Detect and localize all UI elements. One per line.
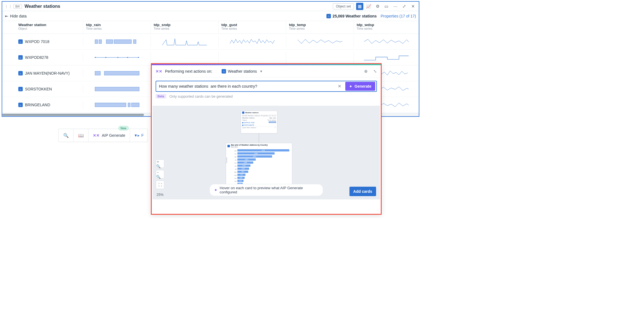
sparkline xyxy=(354,52,419,63)
svg-point-9 xyxy=(127,57,128,58)
target-chip[interactable]: ⌂ Weather stations ▼ xyxy=(222,69,263,74)
more-icon[interactable]: ⋯ xyxy=(392,3,399,10)
docs-button[interactable]: 📖 xyxy=(73,129,88,142)
connector-line xyxy=(259,133,259,143)
beta-message: Only supported cards can be generated xyxy=(169,94,233,98)
zoom-fit-button[interactable]: ⛶ xyxy=(156,181,164,189)
bar: 1399 xyxy=(237,161,253,164)
hover-hint: ✦ Hover on each card to preview what AIP… xyxy=(209,184,323,196)
bar: 1622 xyxy=(237,158,256,161)
context-label: Performing next actions on: xyxy=(165,69,212,74)
svg-point-8 xyxy=(117,57,118,58)
svg-rect-11 xyxy=(95,71,100,75)
add-cards-button[interactable]: Add cards xyxy=(349,187,376,196)
home-icon: ⌂ xyxy=(222,69,226,74)
home-icon: ⌂ xyxy=(18,103,23,107)
sparkline xyxy=(151,36,219,47)
present-icon[interactable]: ▭ xyxy=(383,3,390,10)
svg-rect-13 xyxy=(95,87,139,91)
expand-icon[interactable]: ⤢ xyxy=(400,3,408,10)
chart-view-icon[interactable]: 📈 xyxy=(365,3,372,10)
panel-title: Weather stations xyxy=(25,4,60,9)
home-icon: ⌂ xyxy=(326,14,331,18)
filter-icon: ▼▸ xyxy=(134,133,140,138)
properties-link[interactable]: Properties (17 of 17) xyxy=(381,14,416,18)
sparkline xyxy=(83,52,151,63)
svg-rect-16 xyxy=(131,103,139,107)
svg-rect-0 xyxy=(95,40,98,44)
svg-rect-4 xyxy=(133,40,136,44)
bar-chart: Country US4731CA3296RF3057JA1622CH1399AS… xyxy=(226,149,292,181)
card-toolbar: 🔍 📖 ✕✕ AIP Generate New ▼▸ F xyxy=(58,129,148,142)
sparkline xyxy=(83,36,151,47)
svg-rect-1 xyxy=(99,40,102,44)
bar: 3057 xyxy=(237,155,272,158)
popover-header: ✕✕ Performing next actions on: ⌂ Weather… xyxy=(152,65,381,77)
sparkline xyxy=(219,36,286,47)
sparkle-icon: ✦ xyxy=(214,188,217,192)
sub-header: ⇤ Hide data ⌂ 25,069 Weather stations Pr… xyxy=(2,11,419,21)
bar: 3296 xyxy=(237,152,275,155)
filter-button[interactable]: ▼▸ F xyxy=(130,133,148,138)
zoom-label: 25% xyxy=(156,193,164,197)
panel-header: ⋮⋮ $W Weather stations Object set ▦ 📈 ⚙ … xyxy=(2,2,419,11)
variable-badge[interactable]: $W xyxy=(13,4,22,9)
sparkline xyxy=(286,52,354,63)
bar: 4731 xyxy=(237,149,289,151)
object-set-button[interactable]: Object set xyxy=(333,3,354,9)
close-icon[interactable]: ✕ xyxy=(409,3,417,10)
preview-card-chart[interactable]: Bar plot of Weather stations by Country … xyxy=(226,143,292,184)
home-icon: ⌂ xyxy=(18,39,23,44)
column-header[interactable]: tdp_sndp Time series xyxy=(151,21,219,34)
beta-row: Beta Only supported cards can be generat… xyxy=(152,94,381,102)
column-header[interactable]: tdp_gust Time series xyxy=(219,21,286,34)
aip-generate-button[interactable]: ✕✕ AIP Generate New xyxy=(88,129,130,142)
grid-view-icon[interactable]: ▦ xyxy=(356,3,363,10)
column-header[interactable]: tdp_rain Time series xyxy=(83,21,151,34)
zoom-controls: ＋🔍 －🔍 ⛶ 25% xyxy=(156,160,164,197)
cancel-icon[interactable]: ⊗ xyxy=(364,69,368,74)
sparkline xyxy=(83,68,151,79)
bar: 543 xyxy=(237,180,244,182)
svg-rect-12 xyxy=(104,71,139,75)
svg-point-6 xyxy=(95,57,96,58)
bar: 1022 xyxy=(237,168,249,170)
home-icon: ⌂ xyxy=(18,55,23,60)
zoom-out-button[interactable]: －🔍 xyxy=(156,170,164,178)
beta-badge: Beta xyxy=(156,94,166,98)
new-badge: New xyxy=(118,126,129,130)
clear-icon[interactable]: ✕ xyxy=(336,84,344,89)
zoom-in-button[interactable]: ＋🔍 xyxy=(156,160,164,168)
svg-rect-15 xyxy=(128,103,130,107)
collapse-icon: ⇤ xyxy=(5,14,8,18)
minimize-icon[interactable]: ⤡ xyxy=(373,69,377,74)
svg-rect-2 xyxy=(106,40,113,44)
sparkline xyxy=(83,99,151,110)
aip-icon: ✕✕ xyxy=(156,69,162,74)
gear-icon[interactable]: ⚙ xyxy=(374,3,381,10)
search-button[interactable]: 🔍 xyxy=(59,129,73,142)
svg-rect-14 xyxy=(95,103,126,107)
column-header[interactable]: tdp_wdsp Time series xyxy=(354,21,419,34)
sparkline xyxy=(354,36,419,47)
sparkline xyxy=(219,52,286,63)
home-icon: ⌂ xyxy=(18,87,23,91)
column-header[interactable]: Weather station Object xyxy=(16,21,83,34)
bar: 964 xyxy=(237,171,248,173)
home-icon: ⌂ xyxy=(18,71,23,75)
drag-handle-icon[interactable]: ⋮⋮ xyxy=(4,4,12,9)
generate-button[interactable]: ✦ Generate xyxy=(345,82,375,91)
prompt-input[interactable] xyxy=(159,84,334,88)
svg-point-10 xyxy=(138,57,139,58)
chevron-down-icon: ▼ xyxy=(260,70,263,73)
column-header[interactable]: tdp_temp Time series xyxy=(286,21,354,34)
sparkline xyxy=(286,36,354,47)
aip-generate-popover: ✕✕ Performing next actions on: ⌂ Weather… xyxy=(151,63,382,215)
preview-card-source[interactable]: Weather stations 25,069 Weather stations… xyxy=(241,111,277,133)
bar: 1146 xyxy=(237,165,250,167)
table-row[interactable]: ⌂WXPOD 7018 xyxy=(2,34,419,50)
preview-canvas[interactable]: ＋🔍 －🔍 ⛶ 25% Weather stations 25,069 Weat… xyxy=(153,106,380,199)
svg-point-7 xyxy=(105,57,107,58)
bar: 719 xyxy=(237,174,245,176)
hide-data-button[interactable]: ⇤ Hide data xyxy=(5,14,27,18)
